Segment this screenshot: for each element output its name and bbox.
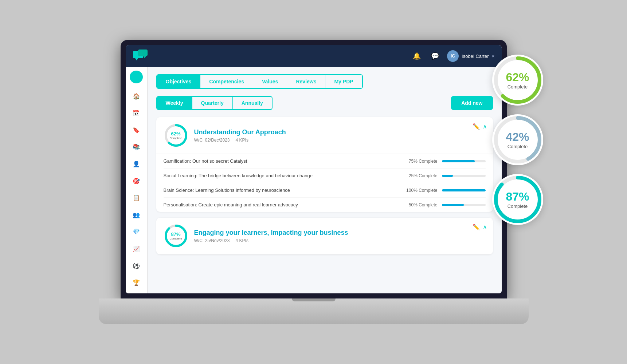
float-pct-1: 62%: [506, 71, 529, 84]
wc-date-1: W/C: 02/Dec/2023: [194, 138, 230, 143]
card-title-1: Understanding Our Approach: [194, 128, 286, 136]
card-actions-2: ✏️ ∧: [473, 223, 487, 230]
user-profile-menu[interactable]: IC Isobel Carter ▾: [447, 50, 494, 62]
card-meta-2: W/C: 25/Nov/2023 4 KPIs: [194, 238, 348, 243]
add-new-button[interactable]: Add new: [451, 96, 493, 110]
sidebar-item-challenges[interactable]: ⚽: [129, 259, 144, 273]
kpi-name: Gamification: Our not so secret Catalyst: [164, 158, 409, 164]
sidebar-item-profile[interactable]: 👤: [129, 157, 144, 171]
svg-rect-2: [138, 50, 148, 56]
sidebar-item-calendar[interactable]: 📅: [129, 106, 144, 120]
kpis-count-2: 4 KPIs: [236, 238, 248, 243]
kpi-bar-container: [442, 204, 486, 206]
top-navbar: 🔔 💬 IC Isobel Carter ▾: [126, 45, 502, 67]
kpi-row: Gamification: Our not so secret Catalyst…: [164, 154, 486, 169]
kpi-pct-label: 50% Complete: [409, 202, 438, 207]
kpi-progress-area: 50% Complete: [409, 202, 486, 207]
kpi-bar-fill: [442, 175, 453, 177]
sidebar-user-avatar[interactable]: [130, 71, 143, 83]
kpi-pct-label: 25% Complete: [409, 173, 438, 178]
float-label-1: Complete: [508, 84, 528, 90]
progress-pct-1: 62%: [169, 131, 182, 136]
wc-date-2: W/C: 25/Nov/2023: [194, 238, 230, 243]
kpi-name: Social Learning: The bridge between know…: [164, 173, 409, 178]
float-pct-3: 87%: [506, 190, 529, 203]
sidebar-item-bookmarks[interactable]: 🔖: [129, 123, 144, 137]
objective-card-1: 62% Complete Understanding Our Approach …: [156, 117, 493, 212]
float-label-3: Complete: [508, 203, 528, 209]
card-title-2: Engaging your learners, Impacting your b…: [194, 229, 348, 237]
app-logo: [133, 50, 148, 63]
notifications-button[interactable]: 🔔: [411, 50, 423, 62]
kpi-bar-container: [442, 175, 486, 177]
kpi-bar-fill: [442, 189, 486, 191]
sidebar-item-teams[interactable]: 👥: [129, 208, 144, 222]
user-name: Isobel Carter: [462, 54, 489, 59]
kpi-progress-area: 25% Complete: [409, 173, 486, 178]
sidebar-item-trophy[interactable]: 🏆: [129, 276, 144, 290]
tab-competencies[interactable]: Competencies: [200, 75, 253, 88]
sidebar-item-home[interactable]: 🏠: [129, 89, 144, 103]
sidebar-item-goals[interactable]: 🎯: [129, 174, 144, 188]
svg-marker-1: [135, 58, 138, 60]
kpi-pct-label: 100% Complete: [406, 188, 437, 193]
float-circle-1: 62% Complete: [492, 55, 543, 106]
period-bar: Weekly Quarterly Annually Add new: [156, 96, 493, 110]
kpi-name: Personalisation: Create epic meaning and…: [164, 202, 409, 207]
card-meta-1: W/C: 02/Dec/2023 4 KPIs: [194, 138, 286, 143]
card-actions-1: ✏️ ∧: [473, 123, 487, 130]
sidebar-item-analytics[interactable]: 📈: [129, 242, 144, 256]
tab-my-pdp[interactable]: My PDP: [325, 75, 362, 88]
progress-circle-1: 62% Complete: [164, 123, 188, 148]
kpis-count-1: 4 KPIs: [236, 138, 248, 143]
float-circle-3: 87% Complete: [492, 174, 543, 225]
period-tabs: Weekly Quarterly Annually: [156, 96, 273, 110]
progress-sub-1: Complete: [169, 136, 182, 140]
nav-right-controls: 🔔 💬 IC Isobel Carter ▾: [411, 50, 494, 62]
card-header-2: 87% Complete Engaging your learners, Imp…: [156, 218, 493, 254]
card-title-area-1: Understanding Our Approach W/C: 02/Dec/2…: [194, 128, 286, 143]
main-tabs: Objectives Competencies Values Reviews M…: [156, 74, 363, 89]
kpi-row: Personalisation: Create epic meaning and…: [164, 198, 486, 212]
kpi-pct-label: 75% Complete: [409, 159, 438, 164]
collapse-button-2[interactable]: ∧: [483, 223, 487, 230]
float-pct-2: 42%: [506, 130, 529, 144]
sidebar-item-learning[interactable]: 📚: [129, 140, 144, 154]
svg-marker-3: [143, 56, 146, 58]
period-tab-weekly[interactable]: Weekly: [157, 97, 192, 109]
sidebar-item-reports[interactable]: 📋: [129, 191, 144, 205]
objective-card-2: 87% Complete Engaging your learners, Imp…: [156, 218, 493, 254]
kpi-list-1: Gamification: Our not so secret Catalyst…: [156, 154, 493, 212]
kpi-row: Social Learning: The bridge between know…: [164, 169, 486, 183]
kpi-bar-container: [442, 160, 486, 162]
card-title-area-2: Engaging your learners, Impacting your b…: [194, 229, 348, 243]
main-content: Objectives Competencies Values Reviews M…: [148, 67, 502, 293]
kpi-bar-fill: [442, 160, 475, 162]
main-area: 🏠 📅 🔖 📚 👤 🎯 📋 👥 💎 📈 ⚽ 🏆: [126, 67, 502, 293]
tab-reviews[interactable]: Reviews: [287, 75, 325, 88]
sidebar-item-rewards[interactable]: 💎: [129, 225, 144, 239]
kpi-row: Brain Science: Learning Solutions inform…: [164, 183, 486, 198]
float-label-2: Complete: [508, 144, 528, 149]
period-tab-quarterly[interactable]: Quarterly: [192, 97, 233, 109]
kpi-name: Brain Science: Learning Solutions inform…: [164, 187, 407, 193]
edit-button-1[interactable]: ✏️: [473, 123, 480, 130]
kpi-progress-area: 75% Complete: [409, 159, 486, 164]
progress-circle-2: 87% Complete: [164, 223, 188, 248]
period-tab-annually[interactable]: Annually: [233, 97, 272, 109]
sidebar: 🏠 📅 🔖 📚 👤 🎯 📋 👥 💎 📈 ⚽ 🏆: [126, 67, 148, 293]
tab-values[interactable]: Values: [253, 75, 287, 88]
kpi-bar-container: [442, 189, 486, 191]
collapse-button-1[interactable]: ∧: [483, 123, 487, 130]
kpi-bar-fill: [442, 204, 464, 206]
progress-pct-2: 87%: [169, 232, 182, 237]
messages-button[interactable]: 💬: [429, 50, 441, 62]
kpi-progress-area: 100% Complete: [406, 188, 485, 193]
progress-sub-2: Complete: [169, 237, 182, 240]
float-circle-2: 42% Complete: [492, 114, 543, 165]
tab-objectives[interactable]: Objectives: [157, 75, 201, 88]
floating-circles: 62% Complete 42% Complete 87% Complete: [492, 55, 543, 225]
edit-button-2[interactable]: ✏️: [473, 223, 480, 230]
avatar: IC: [447, 50, 459, 62]
laptop-base: [99, 298, 529, 324]
